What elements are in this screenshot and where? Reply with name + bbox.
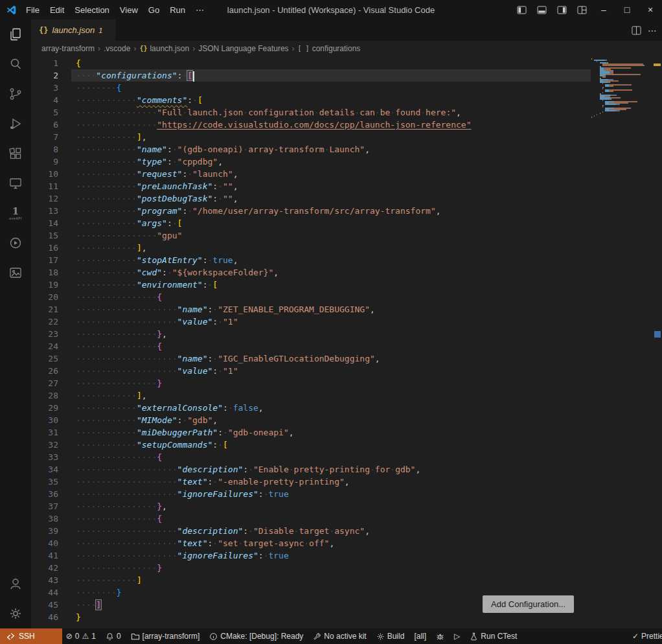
code-line-12[interactable]: 12············"postDebugTask":·"",: [31, 192, 591, 205]
cmake-launch-button[interactable]: ▷: [450, 632, 464, 641]
code-line-3[interactable]: 3········{: [31, 82, 591, 94]
code-line-7[interactable]: 7············],: [31, 131, 591, 143]
sidebar-item-image-preview[interactable]: [0, 258, 31, 288]
code-line-18[interactable]: 18············"cwd":·"${workspaceFolder}…: [31, 266, 591, 279]
code-lines[interactable]: 1{2····"configurations":·[3········{4···…: [31, 56, 591, 623]
breadcrumb-configurations[interactable]: [ ]configurations: [298, 44, 361, 53]
minimap[interactable]: [591, 58, 651, 118]
cmake-build-button[interactable]: Build: [372, 632, 409, 641]
minimize-button[interactable]: –: [592, 0, 615, 19]
code-line-42[interactable]: 42················}: [31, 562, 591, 574]
menu-selection[interactable]: Selection: [69, 5, 114, 15]
code-line-43[interactable]: 43············]: [31, 574, 591, 586]
code-line-13[interactable]: 13············"program":·"/home/user/arr…: [31, 205, 591, 217]
code-line-30[interactable]: 30············"MIMode":·"gdb",: [31, 414, 591, 426]
cmake-folder-selector[interactable]: [array-transform]: [127, 632, 204, 641]
line-number: 44: [31, 586, 58, 599]
sidebar-item-remote-explorer[interactable]: [0, 168, 31, 198]
problems-indicator[interactable]: ⊘0 ⚠1: [62, 632, 100, 641]
code-line-34[interactable]: 34····················"description":·"En…: [31, 463, 591, 476]
code-line-4[interactable]: 4············"comments":·[: [31, 94, 591, 106]
code-line-24[interactable]: 24················{: [31, 340, 591, 352]
settings-button[interactable]: [0, 599, 31, 628]
customize-layout-icon[interactable]: [572, 6, 592, 14]
code-line-37[interactable]: 37················},: [31, 500, 591, 512]
menu-more-icon[interactable]: ⋯: [190, 5, 209, 15]
code-line-17[interactable]: 17············"stopAtEntry":·true,: [31, 254, 591, 266]
remote-indicator[interactable]: SSH: [0, 628, 62, 644]
code-line-20[interactable]: 20················{: [31, 291, 591, 303]
code-line-39[interactable]: 39····················"description":·"Di…: [31, 525, 591, 537]
code-line-35[interactable]: 35····················"text":·"-enable-p…: [31, 476, 591, 488]
cmake-kit-selector[interactable]: No active kit: [309, 632, 370, 641]
code-line-23[interactable]: 23················},: [31, 328, 591, 340]
code-line-31[interactable]: 31············"miDebuggerPath":·"gdb-one…: [31, 426, 591, 439]
breadcrumb-file[interactable]: {}launch.json: [139, 44, 189, 53]
code-line-8[interactable]: 8············"name":·"(gdb-oneapi)·array…: [31, 143, 591, 155]
code-line-9[interactable]: 9············"type":·"cppdbg",: [31, 155, 591, 168]
breadcrumb-language-features[interactable]: JSON Language Features: [198, 44, 288, 53]
code-line-16[interactable]: 16············],: [31, 242, 591, 254]
code-line-5[interactable]: 5················"Full·launch.json·confi…: [31, 106, 591, 119]
run-ctest-button[interactable]: Run CTest: [466, 632, 521, 641]
code-line-25[interactable]: 25····················"name":·"IGC_Enabl…: [31, 352, 591, 365]
toggle-secondary-sidebar-icon[interactable]: [552, 6, 572, 14]
sidebar-item-search[interactable]: [0, 49, 31, 79]
code-line-21[interactable]: 21····················"name":·"ZET_ENABL…: [31, 303, 591, 316]
breadcrumb-vscode[interactable]: .vscode: [104, 44, 130, 53]
files-icon: [8, 27, 23, 42]
code-line-38[interactable]: 38················{: [31, 512, 591, 525]
code-line-41[interactable]: 41····················"ignoreFailures":·…: [31, 549, 591, 562]
code-line-2[interactable]: 2····"configurations":·[: [31, 69, 591, 82]
line-number: 1: [31, 57, 58, 69]
line-number: 11: [31, 180, 58, 192]
code-line-6[interactable]: 6················"https://code.visualstu…: [31, 119, 591, 131]
sidebar-item-run-debug[interactable]: [0, 109, 31, 139]
add-configuration-button[interactable]: Add Configuration...: [483, 595, 574, 613]
code-line-29[interactable]: 29············"externalConsole":·false,: [31, 402, 591, 414]
code-line-40[interactable]: 40····················"text":·"set·targe…: [31, 537, 591, 549]
maximize-button[interactable]: □: [615, 0, 639, 19]
code-line-10[interactable]: 10············"request":·"launch",: [31, 168, 591, 180]
sidebar-item-gdb-monitor[interactable]: [0, 228, 31, 258]
code-line-32[interactable]: 32············"setupCommands":·[: [31, 439, 591, 451]
sidebar-item-extensions[interactable]: [0, 139, 31, 168]
formatter-indicator[interactable]: ✓ Prettier: [628, 632, 662, 641]
wrench-icon: [313, 632, 321, 641]
account-button[interactable]: [0, 569, 31, 599]
code-line-28[interactable]: 28············],: [31, 389, 591, 402]
code-line-36[interactable]: 36····················"ignoreFailures":·…: [31, 488, 591, 500]
toggle-panel-icon[interactable]: [532, 6, 552, 14]
code-line-15[interactable]: 15················"gpu": [31, 229, 591, 242]
cmake-debug-button[interactable]: [432, 632, 448, 641]
editor-more-actions-icon[interactable]: ⋯: [648, 25, 657, 36]
notifications-indicator[interactable]: 0: [102, 632, 125, 641]
code-line-11[interactable]: 11············"preLaunchTask":·"",: [31, 180, 591, 192]
close-button[interactable]: ×: [639, 0, 662, 19]
toggle-sidebar-icon[interactable]: [512, 6, 532, 14]
code-line-33[interactable]: 33················{: [31, 451, 591, 463]
menu-run[interactable]: Run: [165, 5, 190, 15]
code-line-26[interactable]: 26····················"value":·"1": [31, 365, 591, 377]
breadcrumb-folder[interactable]: array-transform: [41, 44, 95, 53]
menu-file[interactable]: File: [21, 5, 45, 15]
sidebar-item-oneapi[interactable]: 1 oneAPI: [0, 198, 31, 228]
code-line-14[interactable]: 14············"args":·[: [31, 217, 591, 229]
menu-go[interactable]: Go: [143, 5, 165, 15]
cmake-build-target[interactable]: [all]: [410, 632, 430, 641]
sidebar-item-explorer[interactable]: [0, 19, 31, 49]
code-editor[interactable]: 1{2····"configurations":·[3········{4···…: [31, 56, 662, 628]
line-number: 4: [31, 94, 58, 106]
sidebar-item-source-control[interactable]: [0, 79, 31, 109]
code-line-1[interactable]: 1{: [31, 57, 591, 69]
menu-edit[interactable]: Edit: [45, 5, 69, 15]
code-line-27[interactable]: 27················}: [31, 377, 591, 389]
split-editor-icon[interactable]: [632, 26, 641, 35]
code-line-19[interactable]: 19············"environment":·[: [31, 279, 591, 291]
menu-view[interactable]: View: [115, 5, 143, 15]
overview-ruler[interactable]: [651, 56, 662, 628]
line-number: 24: [31, 340, 58, 352]
code-line-22[interactable]: 22····················"value":·"1": [31, 316, 591, 328]
tab-launch-json[interactable]: {} launch.json 1: [31, 19, 115, 41]
cmake-status[interactable]: CMake: [Debug]: Ready: [205, 632, 307, 641]
